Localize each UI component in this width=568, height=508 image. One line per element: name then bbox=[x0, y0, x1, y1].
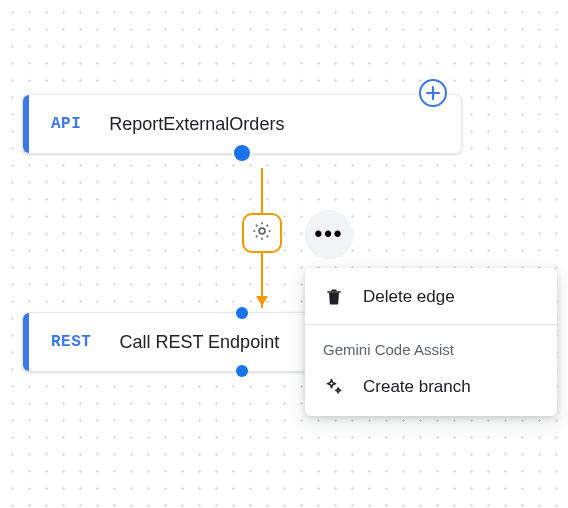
edge-arrowhead bbox=[256, 296, 268, 306]
more-icon: ••• bbox=[314, 223, 343, 245]
menu-section-label: Gemini Code Assist bbox=[305, 329, 557, 364]
svg-point-0 bbox=[259, 228, 265, 234]
menu-item-label: Delete edge bbox=[363, 287, 455, 307]
edge-context-menu: Delete edge Gemini Code Assist Create br… bbox=[305, 268, 557, 416]
node-api[interactable]: API ReportExternalOrders bbox=[22, 94, 462, 154]
edge-more-button[interactable]: ••• bbox=[305, 210, 353, 258]
plus-icon bbox=[425, 85, 441, 101]
menu-item-label: Create branch bbox=[363, 377, 471, 397]
gear-icon bbox=[251, 220, 273, 246]
port-in[interactable] bbox=[236, 307, 248, 319]
node-tag: API bbox=[51, 115, 81, 133]
sparkle-icon bbox=[323, 376, 345, 398]
menu-item-create-branch[interactable]: Create branch bbox=[305, 364, 557, 410]
port-out[interactable] bbox=[232, 143, 252, 163]
port-out[interactable] bbox=[236, 365, 248, 377]
node-accent bbox=[23, 95, 29, 153]
add-node-button[interactable] bbox=[419, 79, 447, 107]
edge-settings-button[interactable] bbox=[242, 213, 282, 253]
menu-separator bbox=[305, 324, 557, 325]
node-accent bbox=[23, 313, 29, 371]
trash-icon bbox=[323, 286, 345, 308]
node-title: ReportExternalOrders bbox=[109, 114, 284, 135]
node-title: Call REST Endpoint bbox=[119, 332, 279, 353]
menu-item-delete-edge[interactable]: Delete edge bbox=[305, 274, 557, 320]
node-tag: REST bbox=[51, 333, 91, 351]
